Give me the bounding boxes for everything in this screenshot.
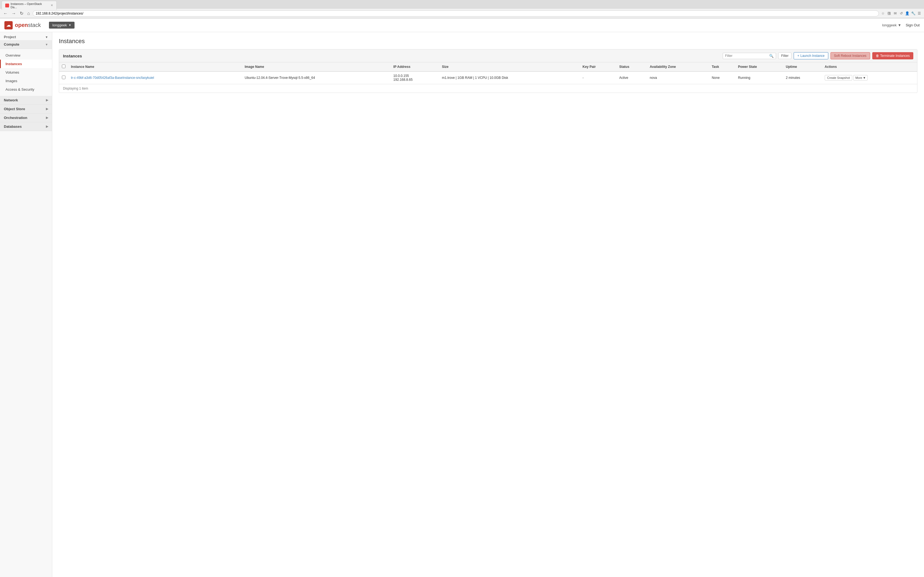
- back-button[interactable]: ←: [2, 10, 9, 16]
- col-instance-name: Instance Name: [68, 62, 242, 71]
- user-icon[interactable]: 👤: [905, 11, 910, 16]
- project-dropdown[interactable]: longgeek ▼: [49, 22, 74, 29]
- sidebar: Project ▼ Compute ▼ Overview Instances V…: [0, 32, 52, 577]
- select-all-checkbox[interactable]: [62, 64, 65, 68]
- col-actions: Actions: [822, 62, 917, 71]
- page-title: Instances: [59, 38, 918, 45]
- network-chevron: ▶: [46, 98, 48, 102]
- openstack-logo: ☁ openstack: [5, 21, 41, 29]
- table-row: tr-c-49bf-a3d6-70d05426af3a-BaseInstance…: [59, 71, 917, 84]
- create-snapshot-button[interactable]: Create Snapshot: [825, 75, 853, 81]
- plus-icon: +: [797, 54, 799, 58]
- extension-icon[interactable]: 🔧: [911, 11, 916, 16]
- home-button[interactable]: ⌂: [26, 10, 31, 16]
- more-actions-button[interactable]: More ▼: [853, 75, 867, 81]
- url-input[interactable]: [36, 11, 876, 15]
- compute-chevron: ▼: [45, 43, 48, 46]
- sidebar-category-object-store[interactable]: Object Store ▶: [0, 105, 52, 113]
- select-all-header: [59, 62, 68, 71]
- weibo-icon[interactable]: 微: [887, 11, 892, 16]
- col-key-pair: Key Pair: [580, 62, 616, 71]
- col-ip-address: IP Address: [391, 62, 439, 71]
- ip-address-cell: 10.0.0.155 192.168.8.65: [391, 71, 439, 84]
- logo-text: openstack: [15, 22, 41, 28]
- forward-button[interactable]: →: [10, 10, 17, 16]
- instances-tbody: tr-c-49bf-a3d6-70d05426af3a-BaseInstance…: [59, 71, 917, 84]
- sidebar-item-volumes[interactable]: Volumes: [0, 68, 52, 77]
- soft-reboot-button[interactable]: Soft Reboot Instances: [830, 52, 870, 60]
- filter-input[interactable]: [725, 54, 769, 58]
- task-cell: None: [709, 71, 735, 84]
- app-header: ☁ openstack longgeek ▼ longgeek ▼ Sign O…: [0, 18, 924, 32]
- trash-icon: 🗑: [876, 54, 879, 58]
- panel-title: Instances: [63, 53, 720, 58]
- sign-out-link[interactable]: Sign Out: [906, 23, 919, 27]
- displaying-text: Displaying 1 item: [59, 84, 917, 93]
- toolbar-icons: ☆ 微 ✉ ↺ 👤 🔧 ☰: [880, 11, 922, 16]
- browser-toolbar: ← → ↻ ⌂ ☆ 微 ✉ ↺ 👤 🔧 ☰: [0, 9, 924, 18]
- col-image-name: Image Name: [242, 62, 391, 71]
- refresh-icon[interactable]: ↺: [899, 11, 904, 16]
- table-header: Instance Name Image Name IP Address Size…: [59, 62, 917, 71]
- col-uptime: Uptime: [783, 62, 822, 71]
- user-dropdown-arrow: ▼: [898, 23, 901, 27]
- sidebar-category-network[interactable]: Network ▶: [0, 96, 52, 105]
- browser-tab-active[interactable]: Instances – OpenStack Da... ✕: [2, 1, 57, 10]
- instances-panel: Instances 🔍 Filter + Launch Instance Sof…: [59, 49, 918, 93]
- reload-button[interactable]: ↻: [19, 10, 24, 16]
- logo-icon: ☁: [5, 21, 13, 29]
- sidebar-category-databases[interactable]: Databases ▶: [0, 122, 52, 131]
- project-dropdown-arrow: ▼: [68, 24, 71, 27]
- tab-close-button[interactable]: ✕: [51, 3, 53, 7]
- key-pair-cell: -: [580, 71, 616, 84]
- bookmark-icon[interactable]: ☆: [880, 11, 885, 16]
- size-cell: m1.trove | 1GB RAM | 1 VCPU | 10.0GB Dis…: [439, 71, 580, 84]
- col-task: Task: [709, 62, 735, 71]
- filter-input-wrap[interactable]: 🔍: [723, 53, 776, 59]
- availability-zone-cell: nova: [647, 71, 709, 84]
- actions-buttons: Create Snapshot More ▼: [825, 75, 914, 81]
- more-chevron-icon: ▼: [863, 76, 866, 79]
- sidebar-item-images[interactable]: Images: [0, 77, 52, 85]
- main-layout: Project ▼ Compute ▼ Overview Instances V…: [0, 32, 924, 577]
- search-icon: 🔍: [769, 54, 774, 58]
- object-store-chevron: ▶: [46, 107, 48, 111]
- mail-icon[interactable]: ✉: [893, 11, 898, 16]
- actions-cell: Create Snapshot More ▼: [822, 71, 917, 84]
- databases-chevron: ▶: [46, 125, 48, 128]
- sidebar-category-compute[interactable]: Compute ▼: [0, 40, 52, 49]
- tab-favicon: [5, 3, 9, 7]
- image-name-cell: Ubuntu-12.04.4-Server-Trove-Mysql-5.5-x8…: [242, 71, 391, 84]
- browser-tabs: Instances – OpenStack Da... ✕: [0, 0, 924, 9]
- address-bar[interactable]: [33, 10, 879, 16]
- instances-table: Instance Name Image Name IP Address Size…: [59, 62, 917, 84]
- uptime-cell: 2 minutes: [783, 71, 822, 84]
- sidebar-item-access-security[interactable]: Access & Security: [0, 85, 52, 94]
- project-label-arrow: ▼: [45, 35, 48, 39]
- sidebar-item-instances[interactable]: Instances: [0, 60, 52, 68]
- launch-instance-button[interactable]: + Launch Instance: [794, 52, 828, 60]
- panel-header: Instances 🔍 Filter + Launch Instance Sof…: [59, 50, 917, 62]
- row-checkbox-cell[interactable]: [59, 71, 68, 84]
- filter-button[interactable]: Filter: [778, 53, 792, 59]
- project-name: longgeek: [52, 23, 67, 27]
- instance-name-link[interactable]: tr-c-49bf-a3d6-70d05426af3a-BaseInstance…: [71, 76, 154, 80]
- orchestration-chevron: ▶: [46, 116, 48, 119]
- content-area: Instances Instances 🔍 Filter + Launch In…: [52, 32, 924, 577]
- browser-chrome: Instances – OpenStack Da... ✕ ← → ↻ ⌂ ☆ …: [0, 0, 924, 18]
- instance-name-cell: tr-c-49bf-a3d6-70d05426af3a-BaseInstance…: [68, 71, 242, 84]
- col-power-state: Power State: [735, 62, 783, 71]
- terminate-button[interactable]: 🗑 Terminate Instances: [872, 52, 913, 60]
- header-right: longgeek ▼ Sign Out: [882, 23, 919, 27]
- row-checkbox[interactable]: [62, 76, 65, 79]
- compute-section: Overview Instances Volumes Images Access…: [0, 49, 52, 96]
- tab-title: Instances – OpenStack Da...: [11, 2, 48, 9]
- col-availability-zone: Availability Zone: [647, 62, 709, 71]
- user-name: longgeek: [882, 23, 897, 27]
- menu-icon[interactable]: ☰: [917, 11, 922, 16]
- user-dropdown[interactable]: longgeek ▼: [882, 23, 901, 27]
- sidebar-category-orchestration[interactable]: Orchestration ▶: [0, 113, 52, 122]
- status-cell: Active: [617, 71, 647, 84]
- project-label[interactable]: Project ▼: [0, 32, 52, 40]
- sidebar-item-overview[interactable]: Overview: [0, 51, 52, 60]
